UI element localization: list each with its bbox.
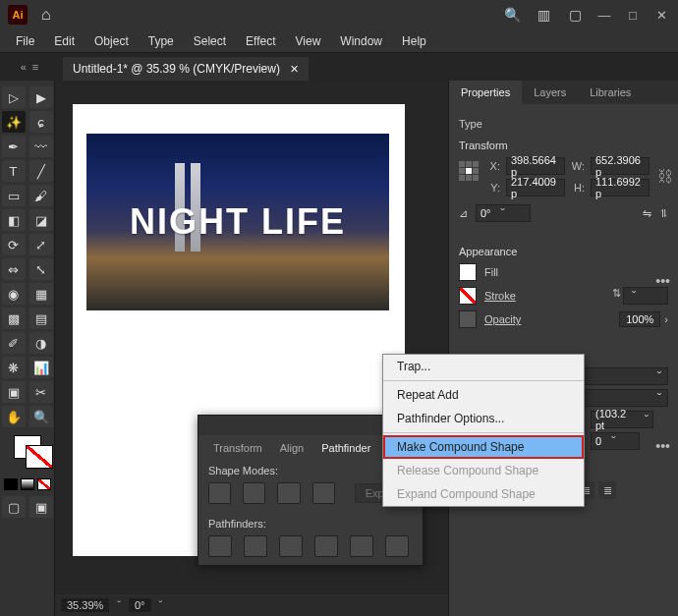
slice-tool[interactable]: ✂ xyxy=(29,381,53,403)
menu-repeat-add[interactable]: Repeat Add xyxy=(383,383,584,407)
maximize-button[interactable]: □ xyxy=(620,8,646,23)
draw-mode-normal[interactable]: ▢ xyxy=(2,496,26,518)
perspective-tool[interactable]: ▦ xyxy=(29,283,53,305)
direct-selection-tool[interactable]: ▶ xyxy=(29,86,53,108)
menu-select[interactable]: Select xyxy=(184,31,236,51)
more-transform-icon[interactable]: ••• xyxy=(655,273,670,289)
menu-pathfinder-options[interactable]: Pathfinder Options... xyxy=(383,407,584,430)
rotate-view-field[interactable]: 0° xyxy=(129,598,151,612)
tab-transform[interactable]: Transform xyxy=(204,437,271,459)
mesh-tool[interactable]: ▩ xyxy=(2,308,26,329)
search-icon[interactable]: 🔍 xyxy=(502,4,524,26)
y-field[interactable]: 217.4009 p xyxy=(506,179,565,196)
workspace-icon[interactable]: ▢ xyxy=(565,4,587,26)
width-tool[interactable]: ⇔ xyxy=(2,258,26,280)
menu-effect[interactable]: Effect xyxy=(236,31,285,51)
pathfinder-merge[interactable] xyxy=(279,535,303,557)
eyedropper-tool[interactable]: ✐ xyxy=(2,332,26,354)
home-icon[interactable]: ⌂ xyxy=(41,6,51,24)
menu-edit[interactable]: Edit xyxy=(44,31,85,51)
justify-all-icon[interactable]: ≣ xyxy=(598,481,616,499)
pathfinder-divide[interactable] xyxy=(208,535,232,557)
menu-window[interactable]: Window xyxy=(330,31,392,51)
arrange-docs-icon[interactable]: ▥ xyxy=(534,4,555,26)
fill-stroke-swatches[interactable] xyxy=(14,435,41,482)
column-graph-tool[interactable]: 📊 xyxy=(29,357,53,378)
h-field[interactable]: 111.6992 p xyxy=(591,179,650,196)
blend-tool[interactable]: ◑ xyxy=(29,332,53,354)
reference-point-icon[interactable] xyxy=(459,161,479,193)
fill-swatch[interactable] xyxy=(459,263,477,281)
stroke-weight-field[interactable] xyxy=(623,287,668,305)
line-tool[interactable]: ╱ xyxy=(29,160,53,182)
opacity-more-icon[interactable]: › xyxy=(664,313,668,325)
rectangle-tool[interactable]: ▭ xyxy=(2,185,26,206)
menu-type[interactable]: Type xyxy=(139,31,184,51)
leading-field[interactable]: (103.2 pt xyxy=(591,411,653,428)
more-appearance-icon[interactable]: ••• xyxy=(655,438,670,454)
w-field[interactable]: 652.3906 p xyxy=(591,157,650,175)
menu-object[interactable]: Object xyxy=(85,31,139,51)
minimize-button[interactable]: — xyxy=(592,8,617,23)
rotate-tool[interactable]: ⟳ xyxy=(2,234,26,255)
pen-tool[interactable]: ✒ xyxy=(2,136,26,157)
menu-help[interactable]: Help xyxy=(392,31,436,51)
pathfinder-minus-back[interactable] xyxy=(385,535,409,557)
x-field[interactable]: 398.5664 p xyxy=(506,157,565,175)
appearance-label: Appearance xyxy=(459,246,668,257)
type-tool[interactable]: T xyxy=(2,160,26,182)
shapemode-intersect[interactable] xyxy=(277,482,300,504)
gradient-tool[interactable]: ▤ xyxy=(29,308,53,329)
menu-trap[interactable]: Trap... xyxy=(383,355,584,378)
shapemode-minus-front[interactable] xyxy=(243,482,265,504)
stroke-stepper[interactable]: ⇅ xyxy=(612,287,621,305)
flip-v-icon[interactable]: ⥮ xyxy=(659,207,668,220)
pathfinder-context-menu: Trap... Repeat Add Pathfinder Options...… xyxy=(382,354,585,507)
hand-tool[interactable]: ✋ xyxy=(2,406,26,427)
tab-libraries[interactable]: Libraries xyxy=(578,81,643,104)
pathfinder-trim[interactable] xyxy=(244,535,267,557)
link-wh-icon[interactable]: ⛓ xyxy=(657,168,673,186)
eraser-tool[interactable]: ◪ xyxy=(29,209,53,231)
shape-builder-tool[interactable]: ◉ xyxy=(2,283,26,305)
pathfinder-outline[interactable] xyxy=(350,535,373,557)
tab-properties[interactable]: Properties xyxy=(449,81,522,104)
selection-tool[interactable]: ▷ xyxy=(2,86,26,108)
zoom-tool[interactable]: 🔍 xyxy=(29,406,53,427)
lasso-tool[interactable]: ɕ xyxy=(29,111,53,133)
tab-align[interactable]: Align xyxy=(271,437,312,459)
flip-h-icon[interactable]: ⇋ xyxy=(643,207,651,220)
right-panels: Properties Layers Libraries Type Transfo… xyxy=(448,81,678,616)
free-transform-tool[interactable]: ⤡ xyxy=(29,258,53,280)
magic-wand-tool[interactable]: ✨ xyxy=(2,111,26,133)
shapemode-exclude[interactable] xyxy=(312,482,335,504)
pathfinder-crop[interactable] xyxy=(314,535,338,557)
menu-file[interactable]: File xyxy=(6,31,44,51)
window-controls: — □ ✕ xyxy=(592,8,674,23)
menu-make-compound-shape[interactable]: Make Compound Shape xyxy=(383,435,584,459)
close-button[interactable]: ✕ xyxy=(649,8,674,23)
screen-mode[interactable]: ▣ xyxy=(29,496,53,518)
artwork-text: NIGHT LIFE xyxy=(130,201,346,243)
tab-layers[interactable]: Layers xyxy=(522,81,578,104)
shapemode-unite[interactable] xyxy=(208,482,231,504)
color-mode-swatches[interactable] xyxy=(4,478,51,490)
document-tab[interactable]: Untitled-1* @ 35.39 % (CMYK/Preview) ✕ xyxy=(63,57,309,81)
paintbrush-tool[interactable]: 🖌 xyxy=(29,185,53,206)
tab-pathfinder[interactable]: Pathfinder xyxy=(312,437,379,459)
menu-view[interactable]: View xyxy=(286,31,331,51)
artboard-tool[interactable]: ▣ xyxy=(2,381,26,403)
titlebar: Ai ⌂ 🔍 ▥ ▢ — □ ✕ xyxy=(0,0,678,29)
stroke-swatch[interactable] xyxy=(459,287,477,305)
tracking-field[interactable]: 0 xyxy=(591,432,640,450)
canvas-area[interactable]: NIGHT LIFE ◂◂✕ Transform Align Pathfinde… xyxy=(55,81,448,616)
shaper-tool[interactable]: ◧ xyxy=(2,209,26,231)
opacity-swatch[interactable] xyxy=(459,310,477,328)
scale-tool[interactable]: ⤢ xyxy=(29,234,53,255)
curvature-tool[interactable]: 〰 xyxy=(29,136,53,157)
zoom-field[interactable]: 35.39% xyxy=(61,598,109,612)
symbol-sprayer-tool[interactable]: ❋ xyxy=(2,357,26,378)
close-tab-icon[interactable]: ✕ xyxy=(290,63,299,76)
rotate-field[interactable]: 0° xyxy=(476,204,531,222)
opacity-field[interactable]: 100% xyxy=(619,311,660,327)
